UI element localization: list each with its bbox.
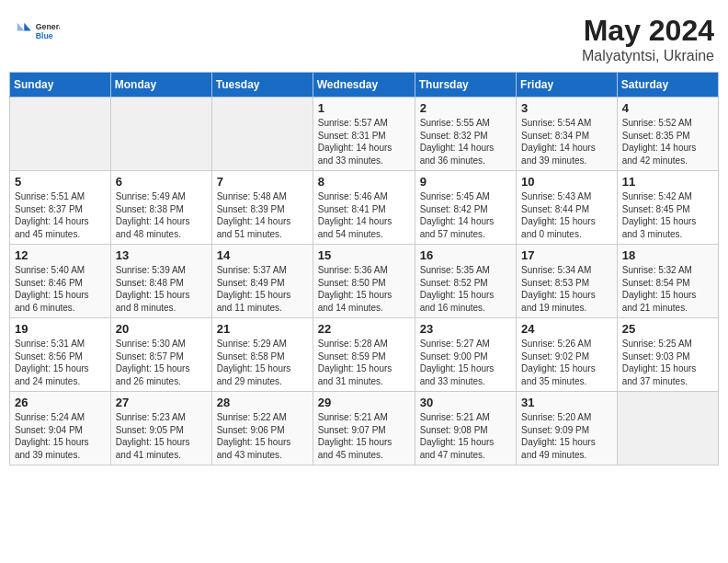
day-number: 2 [420, 101, 511, 115]
day-number: 27 [116, 396, 207, 409]
day-info: Sunrise: 5:35 AM Sunset: 8:52 PM Dayligh… [420, 264, 511, 314]
calendar-cell [10, 98, 111, 171]
day-number: 9 [420, 175, 511, 189]
calendar-cell: 11Sunrise: 5:42 AM Sunset: 8:45 PM Dayli… [617, 171, 718, 245]
day-number: 3 [521, 101, 612, 115]
day-number: 21 [217, 322, 308, 336]
svg-marker-2 [24, 23, 31, 31]
calendar-cell: 28Sunrise: 5:22 AM Sunset: 9:06 PM Dayli… [211, 392, 313, 465]
calendar-cell: 26Sunrise: 5:24 AM Sunset: 9:04 PM Dayli… [10, 392, 111, 465]
day-number: 16 [420, 248, 511, 262]
calendar-cell: 10Sunrise: 5:43 AM Sunset: 8:44 PM Dayli… [517, 171, 618, 245]
day-info: Sunrise: 5:52 AM Sunset: 8:35 PM Dayligh… [622, 117, 713, 167]
day-number: 1 [318, 101, 410, 115]
day-info: Sunrise: 5:57 AM Sunset: 8:31 PM Dayligh… [318, 117, 410, 167]
calendar-week-3: 12Sunrise: 5:40 AM Sunset: 8:46 PM Dayli… [10, 245, 719, 318]
calendar-cell: 5Sunrise: 5:51 AM Sunset: 8:37 PM Daylig… [10, 171, 111, 245]
day-number: 10 [521, 175, 612, 189]
calendar-cell: 21Sunrise: 5:29 AM Sunset: 8:58 PM Dayli… [211, 318, 313, 392]
calendar-cell [211, 98, 313, 171]
calendar-cell: 12Sunrise: 5:40 AM Sunset: 8:46 PM Dayli… [10, 245, 111, 318]
day-number: 17 [521, 248, 612, 262]
calendar-cell: 3Sunrise: 5:54 AM Sunset: 8:34 PM Daylig… [517, 98, 618, 171]
day-info: Sunrise: 5:42 AM Sunset: 8:45 PM Dayligh… [622, 190, 713, 240]
day-info: Sunrise: 5:23 AM Sunset: 9:05 PM Dayligh… [116, 411, 207, 461]
weekday-header-sunday: Sunday [10, 73, 111, 98]
day-number: 22 [318, 322, 410, 336]
svg-text:General: General [36, 22, 60, 31]
day-info: Sunrise: 5:21 AM Sunset: 9:08 PM Dayligh… [420, 411, 511, 461]
title-block: May 2024 Malyatyntsi, Ukraine [582, 14, 714, 64]
day-info: Sunrise: 5:21 AM Sunset: 9:07 PM Dayligh… [318, 411, 410, 461]
calendar-cell: 8Sunrise: 5:46 AM Sunset: 8:41 PM Daylig… [313, 171, 415, 245]
day-number: 12 [15, 248, 106, 262]
day-info: Sunrise: 5:49 AM Sunset: 8:38 PM Dayligh… [116, 190, 207, 240]
calendar-cell: 1Sunrise: 5:57 AM Sunset: 8:31 PM Daylig… [313, 98, 415, 171]
calendar-location: Malyatyntsi, Ukraine [582, 48, 714, 64]
day-info: Sunrise: 5:27 AM Sunset: 9:00 PM Dayligh… [420, 338, 511, 387]
day-number: 11 [622, 175, 713, 189]
day-info: Sunrise: 5:22 AM Sunset: 9:06 PM Dayligh… [217, 411, 308, 461]
day-number: 15 [318, 248, 410, 262]
calendar-week-2: 5Sunrise: 5:51 AM Sunset: 8:37 PM Daylig… [10, 171, 719, 245]
day-info: Sunrise: 5:32 AM Sunset: 8:54 PM Dayligh… [622, 264, 713, 314]
calendar-cell: 22Sunrise: 5:28 AM Sunset: 8:59 PM Dayli… [313, 318, 415, 392]
day-info: Sunrise: 5:30 AM Sunset: 8:57 PM Dayligh… [116, 338, 207, 387]
calendar-cell: 24Sunrise: 5:26 AM Sunset: 9:02 PM Dayli… [517, 318, 618, 392]
day-number: 5 [15, 175, 106, 189]
day-info: Sunrise: 5:54 AM Sunset: 8:34 PM Dayligh… [521, 117, 612, 167]
day-info: Sunrise: 5:36 AM Sunset: 8:50 PM Dayligh… [318, 264, 410, 314]
calendar-table: SundayMondayTuesdayWednesdayThursdayFrid… [9, 72, 719, 465]
calendar-cell [617, 392, 718, 465]
day-info: Sunrise: 5:26 AM Sunset: 9:02 PM Dayligh… [521, 338, 612, 387]
calendar-cell: 13Sunrise: 5:39 AM Sunset: 8:48 PM Dayli… [110, 245, 211, 318]
calendar-cell: 9Sunrise: 5:45 AM Sunset: 8:42 PM Daylig… [415, 171, 516, 245]
day-number: 24 [521, 322, 612, 336]
day-info: Sunrise: 5:25 AM Sunset: 9:03 PM Dayligh… [622, 338, 713, 387]
calendar-cell: 19Sunrise: 5:31 AM Sunset: 8:56 PM Dayli… [10, 318, 111, 392]
calendar-cell: 30Sunrise: 5:21 AM Sunset: 9:08 PM Dayli… [415, 392, 516, 465]
day-info: Sunrise: 5:51 AM Sunset: 8:37 PM Dayligh… [15, 190, 106, 240]
calendar-cell: 15Sunrise: 5:36 AM Sunset: 8:50 PM Dayli… [313, 245, 415, 318]
day-number: 29 [318, 396, 410, 409]
calendar-week-5: 26Sunrise: 5:24 AM Sunset: 9:04 PM Dayli… [10, 392, 719, 465]
calendar-cell: 4Sunrise: 5:52 AM Sunset: 8:35 PM Daylig… [617, 98, 718, 171]
day-number: 25 [622, 322, 713, 336]
day-number: 23 [420, 322, 511, 336]
day-info: Sunrise: 5:43 AM Sunset: 8:44 PM Dayligh… [521, 190, 612, 240]
day-info: Sunrise: 5:48 AM Sunset: 8:39 PM Dayligh… [217, 190, 308, 240]
day-number: 19 [15, 322, 106, 336]
calendar-cell: 18Sunrise: 5:32 AM Sunset: 8:54 PM Dayli… [617, 245, 718, 318]
day-number: 18 [622, 248, 713, 262]
calendar-cell: 14Sunrise: 5:37 AM Sunset: 8:49 PM Dayli… [211, 245, 313, 318]
weekday-header-thursday: Thursday [415, 73, 516, 98]
day-info: Sunrise: 5:40 AM Sunset: 8:46 PM Dayligh… [15, 264, 106, 314]
day-info: Sunrise: 5:20 AM Sunset: 9:09 PM Dayligh… [521, 411, 612, 461]
day-number: 28 [217, 396, 308, 409]
day-number: 7 [217, 175, 308, 189]
weekday-header-tuesday: Tuesday [211, 73, 313, 98]
logo: General Blue [14, 14, 60, 49]
svg-text:Blue: Blue [36, 31, 53, 40]
calendar-cell: 17Sunrise: 5:34 AM Sunset: 8:53 PM Dayli… [517, 245, 618, 318]
calendar-cell: 29Sunrise: 5:21 AM Sunset: 9:07 PM Dayli… [313, 392, 415, 465]
calendar-cell: 31Sunrise: 5:20 AM Sunset: 9:09 PM Dayli… [517, 392, 618, 465]
day-info: Sunrise: 5:45 AM Sunset: 8:42 PM Dayligh… [420, 190, 511, 240]
day-info: Sunrise: 5:34 AM Sunset: 8:53 PM Dayligh… [521, 264, 612, 314]
page-header: General Blue May 2024 Malyatyntsi, Ukrai… [9, 9, 719, 64]
weekday-header-friday: Friday [517, 73, 618, 98]
day-info: Sunrise: 5:29 AM Sunset: 8:58 PM Dayligh… [217, 338, 308, 387]
calendar-week-1: 1Sunrise: 5:57 AM Sunset: 8:31 PM Daylig… [10, 98, 719, 171]
svg-marker-3 [17, 23, 25, 31]
day-info: Sunrise: 5:28 AM Sunset: 8:59 PM Dayligh… [318, 338, 410, 387]
calendar-cell: 27Sunrise: 5:23 AM Sunset: 9:05 PM Dayli… [110, 392, 211, 465]
calendar-cell [110, 98, 211, 171]
day-number: 20 [116, 322, 207, 336]
day-number: 8 [318, 175, 410, 189]
calendar-cell: 20Sunrise: 5:30 AM Sunset: 8:57 PM Dayli… [110, 318, 211, 392]
calendar-cell: 7Sunrise: 5:48 AM Sunset: 8:39 PM Daylig… [211, 171, 313, 245]
calendar-cell: 6Sunrise: 5:49 AM Sunset: 8:38 PM Daylig… [110, 171, 211, 245]
day-info: Sunrise: 5:31 AM Sunset: 8:56 PM Dayligh… [15, 338, 106, 387]
calendar-week-4: 19Sunrise: 5:31 AM Sunset: 8:56 PM Dayli… [10, 318, 719, 392]
day-number: 13 [116, 248, 207, 262]
